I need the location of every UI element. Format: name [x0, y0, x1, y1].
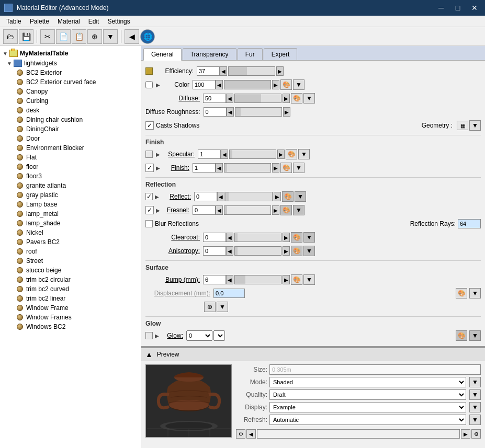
fresnel-input[interactable] [193, 205, 216, 215]
toolbar-save-btn[interactable]: 💾 [19, 29, 33, 44]
dr-slider-left[interactable]: ◀ [227, 107, 234, 117]
anisotropy-dropdown-btn[interactable]: ▼ [303, 246, 315, 256]
preview-refresh-dropdown[interactable]: ▼ [469, 415, 481, 425]
list-item[interactable]: Canopy [0, 87, 141, 96]
close-button[interactable]: ✕ [468, 3, 481, 13]
finish-slider-left[interactable]: ◀ [216, 163, 223, 173]
list-item[interactable]: desk [0, 106, 141, 115]
blur-reflections-checkbox[interactable] [145, 220, 153, 227]
fresnel-dropdown-btn[interactable]: ▼ [293, 205, 304, 215]
finish-slider-right[interactable]: ▶ [272, 163, 279, 173]
diffuse-roughness-input[interactable] [204, 107, 227, 117]
color-slider-right[interactable]: ▶ [272, 80, 279, 89]
menu-palette[interactable]: Palette [26, 17, 53, 26]
list-item[interactable]: BC2 Exterior [0, 68, 141, 77]
fresnel-checkbox[interactable]: ✓ [145, 206, 154, 214]
dr-slider-right[interactable]: ▶ [283, 107, 290, 117]
anisotropy-slider[interactable] [234, 246, 281, 256]
list-item[interactable]: Pavers BC2 [0, 237, 141, 247]
toolbar-back-btn[interactable]: ◀ [125, 29, 139, 44]
preview-prev-btn[interactable]: ◀ [246, 429, 256, 439]
preview-nav-slider[interactable] [257, 429, 460, 439]
preview-collapse-btn[interactable]: ▲ [145, 350, 153, 359]
list-item[interactable]: gray plastic [0, 190, 141, 200]
preview-next-btn[interactable]: ▶ [461, 429, 470, 439]
preview-mode-select[interactable]: Shaded Wireframe Solid [269, 377, 466, 387]
list-item[interactable]: Curbing [0, 96, 141, 106]
finish-checkbox[interactable]: ✓ [145, 164, 154, 172]
preview-mode-dropdown[interactable]: ▼ [469, 377, 481, 387]
preview-settings-btn[interactable]: ⚙ [236, 429, 245, 439]
list-item[interactable]: Window Frame [0, 303, 141, 313]
list-item[interactable]: Flat [0, 153, 141, 162]
clearcoat-picker-btn[interactable]: 🎨 [291, 232, 302, 243]
color-checkbox[interactable] [145, 81, 153, 88]
surface-extra-btn2[interactable]: ▼ [217, 302, 228, 312]
glow-expand[interactable]: ▶ [155, 333, 159, 339]
glow-dropdown[interactable] [213, 330, 225, 341]
anisotropy-picker-btn[interactable]: 🎨 [291, 246, 302, 256]
preview-display-select[interactable]: Example Custom [269, 402, 466, 412]
list-item[interactable]: granite atlanta [0, 181, 141, 190]
anisotropy-slider-left[interactable]: ◀ [226, 246, 233, 256]
geometry-icon-btn[interactable]: ▦ [457, 121, 468, 130]
menu-edit[interactable]: Edit [84, 17, 104, 26]
list-item[interactable]: Windows BC2 [0, 322, 141, 331]
anisotropy-slider-right[interactable]: ▶ [283, 246, 290, 256]
fresnel-slider-right[interactable]: ▶ [272, 205, 279, 215]
list-item[interactable]: Street [0, 256, 141, 266]
reflect-dropdown-btn[interactable]: ▼ [295, 191, 306, 202]
specular-input[interactable] [198, 150, 221, 159]
minimize-button[interactable]: ─ [435, 3, 447, 13]
reflect-picker-btn[interactable]: 🎨 [282, 191, 294, 202]
toolbar-cut-btn[interactable]: ✂ [40, 29, 55, 44]
preview-quality-dropdown[interactable]: ▼ [469, 389, 481, 400]
tab-transparency[interactable]: Transparency [183, 48, 236, 60]
bump-dropdown-btn[interactable]: ▼ [303, 274, 315, 285]
bump-slider-right[interactable]: ▶ [283, 275, 290, 284]
bump-input[interactable] [203, 275, 226, 284]
menu-material[interactable]: Material [53, 17, 84, 26]
maximize-button[interactable]: □ [452, 3, 464, 13]
list-item[interactable]: floor [0, 162, 141, 171]
efficiency-slider-right[interactable]: ▶ [276, 66, 284, 76]
diffuse-input[interactable] [203, 94, 226, 103]
efficiency-slider[interactable] [228, 66, 275, 76]
list-item[interactable]: Environment Blocker [0, 143, 141, 153]
tree-root-node[interactable]: ▼ MyMaterialTable [0, 48, 141, 59]
tab-general[interactable]: General [143, 48, 182, 61]
list-item[interactable]: Dining chair cushion [0, 115, 141, 124]
preview-display-dropdown[interactable]: ▼ [469, 402, 481, 412]
finish-picker-btn[interactable]: 🎨 [280, 163, 292, 173]
efficiency-slider-left[interactable]: ◀ [220, 66, 227, 76]
clearcoat-slider-left[interactable]: ◀ [226, 233, 233, 242]
finish-slider[interactable] [224, 163, 271, 173]
list-item[interactable]: trim bc2 circular [0, 275, 141, 284]
bump-slider[interactable] [234, 275, 281, 284]
casts-shadows-checkbox[interactable]: ✓ [145, 121, 154, 130]
preview-config-btn[interactable]: ⚙ [471, 429, 481, 439]
list-item[interactable]: trim bc2 linear [0, 294, 141, 303]
diffuse-slider[interactable] [234, 94, 281, 103]
list-item[interactable]: Nickel [0, 228, 141, 237]
list-item[interactable]: Door [0, 134, 141, 143]
menu-table[interactable]: Table [2, 17, 26, 26]
clearcoat-dropdown-btn[interactable]: ▼ [303, 232, 315, 243]
specular-slider-left[interactable]: ◀ [221, 150, 228, 159]
fresnel-expand[interactable]: ▶ [156, 208, 160, 213]
preview-quality-select[interactable]: Draft Good Best [269, 389, 466, 400]
bump-picker-btn[interactable]: 🎨 [291, 274, 302, 285]
toolbar-paste-btn[interactable]: 📋 [72, 29, 86, 44]
dr-slider[interactable] [235, 107, 282, 117]
displacement-picker-btn[interactable]: 🎨 [456, 288, 467, 298]
geometry-dropdown-btn[interactable]: ▼ [469, 120, 481, 131]
diffuse-slider-right[interactable]: ▶ [283, 94, 290, 103]
list-item[interactable]: lamp_shade [0, 219, 141, 228]
list-item[interactable]: floor3 [0, 171, 141, 181]
list-item[interactable]: Lamp base [0, 200, 141, 209]
color-slider[interactable] [224, 80, 271, 89]
reflect-checkbox[interactable]: ✓ [145, 193, 153, 200]
reflect-input[interactable] [194, 192, 217, 201]
anisotropy-input[interactable] [203, 246, 226, 256]
preview-size-input[interactable] [269, 364, 481, 375]
